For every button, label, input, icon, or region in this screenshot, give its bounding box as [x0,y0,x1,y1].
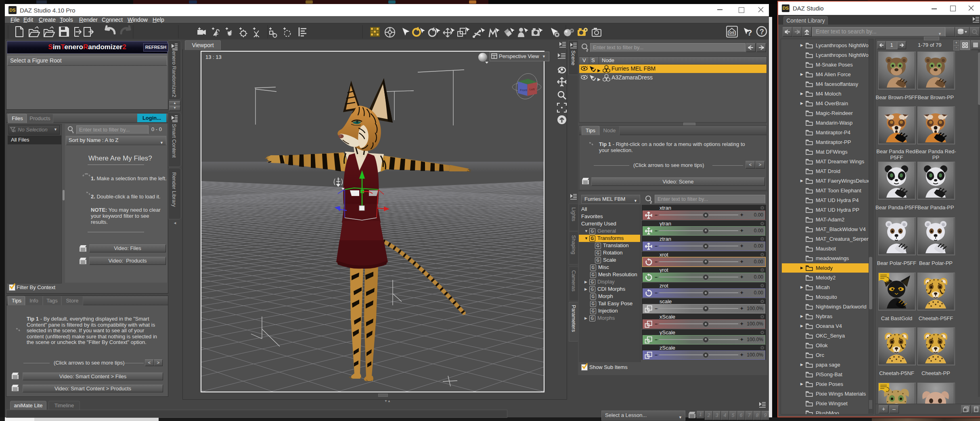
svg-text:Left: Left [530,88,535,91]
svg-text:Front: Front [520,88,528,92]
svg-text:?: ? [760,28,764,36]
svg-text:?: ? [747,28,752,37]
svg-text:13 : 13: 13 : 13 [205,54,222,60]
svg-text:DS: DS [729,31,735,35]
